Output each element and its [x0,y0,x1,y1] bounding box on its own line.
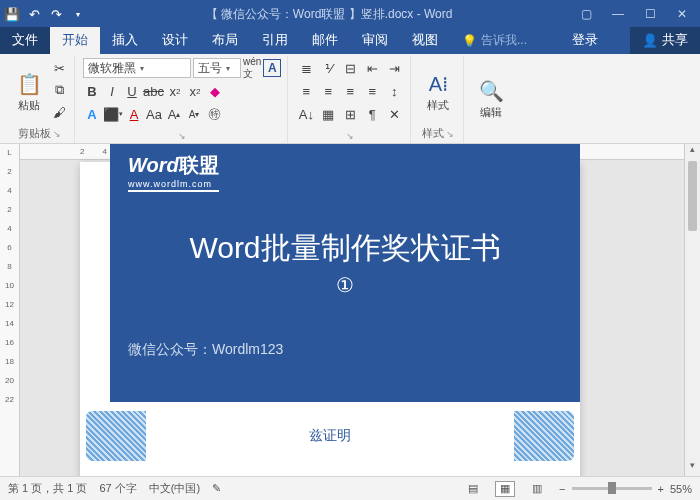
launcher-icon[interactable]: ↘ [346,131,354,141]
tab-file[interactable]: 文件 [0,27,50,54]
scroll-down-icon[interactable]: ▾ [685,460,700,476]
maximize-icon[interactable]: ☐ [636,4,664,24]
zoom-level[interactable]: 55% [670,483,692,495]
group-styles: A⁞ 样式 样式↘ [413,56,464,143]
clipboard-icon: 📋 [17,72,42,96]
print-layout-icon[interactable]: ▦ [495,481,515,497]
overlay-title: Word批量制作奖状证书 [128,228,562,269]
minimize-icon[interactable]: — [604,4,632,24]
bulb-icon: 💡 [462,34,477,48]
align-center-icon[interactable]: ≡ [318,81,338,101]
launcher-icon[interactable]: ↘ [53,129,61,139]
char-shading-icon[interactable]: Aa [145,104,163,124]
paste-button[interactable]: 📋 粘贴 [10,58,48,126]
login-link[interactable]: 登录 [560,27,610,54]
tab-layout[interactable]: 布局 [200,27,250,54]
share-button[interactable]: 👤共享 [630,27,700,54]
tab-home[interactable]: 开始 [50,27,100,54]
ribbon-tabs: 文件 开始 插入 设计 布局 引用 邮件 审阅 视图 💡告诉我... 登录 👤共… [0,28,700,54]
editing-button[interactable]: 🔍 编辑 [472,58,510,141]
align-right-icon[interactable]: ≡ [340,81,360,101]
document-viewport[interactable]: 24681012141618 Word联盟 www.wordlm.com Wor… [20,144,684,476]
shading-icon[interactable]: ▦ [318,104,338,124]
launcher-icon[interactable]: ↘ [178,131,186,141]
window-title: 【 微信公众号：Word联盟 】竖排.docx - Word [86,6,572,23]
multilevel-icon[interactable]: ⊟ [340,58,360,78]
enclose-char-icon[interactable]: ㊕ [205,104,223,124]
insert-mode-icon[interactable]: ✎ [212,482,221,495]
group-paragraph: ≣ ⅟ ⊟ ⇤ ⇥ ≡ ≡ ≡ ≡ ↕ A↓ ▦ ⊞ ¶ ✕ ↘ [290,56,411,143]
share-icon: 👤 [642,33,658,48]
format-painter-icon[interactable]: 🖌 [50,102,68,122]
show-marks-icon[interactable]: ¶ [362,104,382,124]
title-bar: 💾 ↶ ↷ ▾ 【 微信公众号：Word联盟 】竖排.docx - Word ▢… [0,0,700,28]
superscript-button[interactable]: x2 [186,81,204,101]
tab-insert[interactable]: 插入 [100,27,150,54]
bold-button[interactable]: B [83,81,101,101]
cut-icon[interactable]: ✂ [50,58,68,78]
redo-icon[interactable]: ↷ [48,6,64,22]
tell-me[interactable]: 💡告诉我... [450,28,539,54]
underline-button[interactable]: U [123,81,141,101]
quick-access-toolbar: 💾 ↶ ↷ ▾ [4,6,86,22]
certificate-text: 兹证明 [309,427,351,445]
tab-review[interactable]: 审阅 [350,27,400,54]
scroll-thumb[interactable] [688,161,697,231]
chevron-down-icon: ▾ [140,64,144,73]
subscript-button[interactable]: x2 [166,81,184,101]
sort-icon[interactable]: A↓ [296,104,316,124]
text-effects-icon[interactable]: A [83,104,101,124]
group-font: 微软雅黑▾ 五号▾ wén文 A B I U abc x2 x2 ◆ A ⬛▾ … [77,56,288,143]
find-icon: 🔍 [479,79,504,103]
tutorial-overlay: Word联盟 www.wordlm.com Word批量制作奖状证书 ① 微信公… [110,144,580,402]
zoom-in-button[interactable]: + [658,483,664,495]
phonetic-guide-icon[interactable]: wén文 [243,58,261,78]
align-left-icon[interactable]: ≡ [296,81,316,101]
tab-design[interactable]: 设计 [150,27,200,54]
qat-dropdown-icon[interactable]: ▾ [70,6,86,22]
undo-icon[interactable]: ↶ [26,6,42,22]
word-count[interactable]: 67 个字 [99,481,136,496]
ribbon-options-icon[interactable]: ▢ [572,4,600,24]
zoom-slider[interactable] [572,487,652,490]
language-indicator[interactable]: 中文(中国) [149,481,200,496]
increase-indent-icon[interactable]: ⇥ [384,58,404,78]
page-indicator[interactable]: 第 1 页，共 1 页 [8,481,87,496]
overlay-number: ① [128,273,562,297]
read-mode-icon[interactable]: ▤ [463,481,483,497]
vertical-scrollbar[interactable]: ▴ ▾ [684,144,700,476]
italic-button[interactable]: I [103,81,121,101]
zoom-thumb[interactable] [608,482,616,494]
line-spacing-icon[interactable]: ↕ [384,81,404,101]
launcher-icon[interactable]: ↘ [446,129,454,139]
document-area: L24246810121416182022 24681012141618 Wor… [0,144,700,476]
grow-font-icon[interactable]: A▴ [165,104,183,124]
scroll-up-icon[interactable]: ▴ [685,144,700,160]
bullets-icon[interactable]: ≣ [296,58,316,78]
zoom-out-button[interactable]: − [559,483,565,495]
web-layout-icon[interactable]: ▥ [527,481,547,497]
font-size-select[interactable]: 五号▾ [193,58,241,78]
font-name-select[interactable]: 微软雅黑▾ [83,58,191,78]
justify-icon[interactable]: ≡ [362,81,382,101]
close-icon[interactable]: ✕ [668,4,696,24]
font-color-icon[interactable]: A [125,104,143,124]
clear-format-icon[interactable]: ◆ [206,81,224,101]
save-icon[interactable]: 💾 [4,6,20,22]
ribbon: 📋 粘贴 ✂ ⧉ 🖌 剪贴板↘ 微软雅黑▾ 五号▾ wén文 A B I U [0,54,700,144]
tab-mail[interactable]: 邮件 [300,27,350,54]
strikethrough-button[interactable]: abc [143,81,164,101]
numbering-icon[interactable]: ⅟ [318,58,338,78]
highlight-icon[interactable]: ⬛▾ [103,104,123,124]
tab-references[interactable]: 引用 [250,27,300,54]
snap-grid-icon[interactable]: ✕ [384,104,404,124]
decrease-indent-icon[interactable]: ⇤ [362,58,382,78]
certificate-preview: 兹证明 [80,406,580,466]
vertical-ruler[interactable]: L24246810121416182022 [0,144,20,476]
styles-button[interactable]: A⁞ 样式 [419,58,457,126]
tab-view[interactable]: 视图 [400,27,450,54]
copy-icon[interactable]: ⧉ [50,80,68,100]
shrink-font-icon[interactable]: A▾ [185,104,203,124]
borders-icon[interactable]: ⊞ [340,104,360,124]
character-border-icon[interactable]: A [263,59,281,77]
